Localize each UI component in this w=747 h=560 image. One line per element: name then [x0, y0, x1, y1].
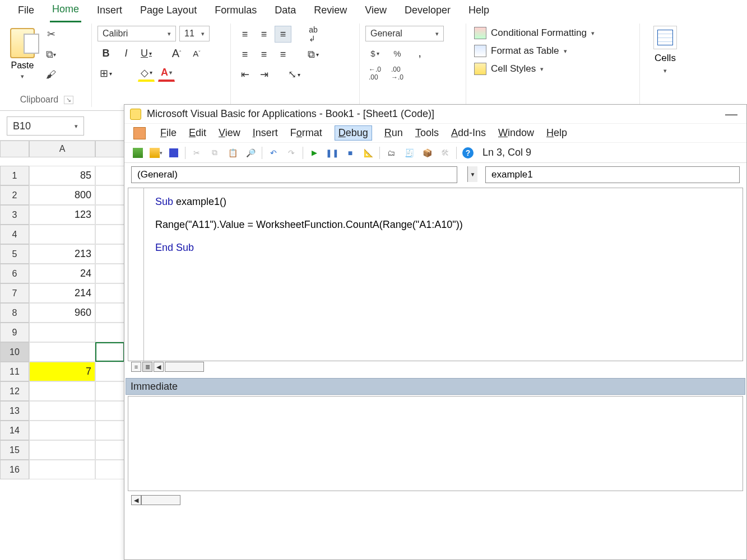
cell-A9[interactable] — [29, 323, 95, 342]
accounting-button[interactable]: $▾ — [365, 45, 384, 62]
code-pane[interactable]: Sub example1() Range("A11").Value = Work… — [128, 188, 743, 361]
scroll-left-button[interactable]: ◀ — [154, 362, 164, 372]
immediate-titlebar[interactable]: Immediate — [126, 378, 745, 395]
cell-A3[interactable]: 123 — [29, 205, 95, 225]
shrink-font-button[interactable]: Aˇ — [188, 45, 205, 62]
vbe-menu-help[interactable]: Help — [546, 127, 567, 139]
cell-B12[interactable] — [95, 381, 124, 401]
vbe-menu-format[interactable]: Format — [290, 127, 322, 139]
vbe-design-mode-button[interactable]: 📐 — [361, 146, 375, 160]
wrap-text-button[interactable]: ab↲ — [305, 26, 322, 43]
row-header-16[interactable]: 16 — [0, 460, 29, 479]
horiz-scrollbar[interactable] — [165, 362, 204, 372]
paste-button[interactable]: Paste ▾ — [8, 26, 37, 82]
cell-B9[interactable] — [95, 323, 124, 342]
cell-B1[interactable] — [95, 166, 124, 185]
vbe-reset-button[interactable]: ■ — [344, 146, 357, 160]
vbe-menu-tools[interactable]: Tools — [415, 127, 439, 139]
increase-decimal-button[interactable]: ←.0.00 — [365, 65, 384, 82]
row-header-14[interactable]: 14 — [0, 421, 29, 440]
vbe-undo-button[interactable]: ↶ — [267, 146, 280, 160]
font-size-combo[interactable]: 11▾ — [179, 26, 210, 41]
vbe-run-button[interactable]: ▶ — [308, 146, 321, 160]
col-header-A[interactable]: A — [29, 141, 95, 157]
tab-data[interactable]: Data — [272, 3, 298, 22]
tab-page-layout[interactable]: Page Layout — [138, 3, 199, 22]
vbe-find-button[interactable]: 🔎 — [244, 146, 257, 160]
cell-B2[interactable] — [95, 185, 124, 205]
row-header-3[interactable]: 3 — [0, 205, 29, 225]
cell-A6[interactable]: 24 — [29, 264, 95, 283]
tab-help[interactable]: Help — [466, 3, 491, 22]
vbe-help-button[interactable]: ? — [461, 146, 475, 160]
row-header-2[interactable]: 2 — [0, 185, 29, 205]
tab-developer[interactable]: Developer — [402, 3, 453, 22]
row-header-4[interactable]: 4 — [0, 225, 29, 244]
align-bottom-button[interactable]: ≡ — [275, 26, 291, 43]
cell-B15[interactable] — [95, 440, 124, 460]
comma-button[interactable]: , — [410, 45, 429, 62]
cell-A4[interactable] — [29, 225, 95, 244]
cell-A10[interactable] — [29, 342, 95, 362]
number-format-combo[interactable]: General▾ — [365, 26, 444, 41]
cell-B16[interactable] — [95, 460, 124, 479]
cell-A2[interactable]: 800 — [29, 185, 95, 205]
immediate-scroll-left-button[interactable]: ◀ — [131, 495, 141, 505]
vbe-toolbox-button[interactable]: 🛠 — [438, 146, 452, 160]
vbe-insert-button[interactable]: ▾ — [149, 146, 163, 160]
vbe-properties-button[interactable]: 🧾 — [402, 146, 416, 160]
cells-dropdown[interactable] — [653, 26, 677, 49]
cell-A5[interactable]: 213 — [29, 244, 95, 264]
vbe-menu-addins[interactable]: Add-Ins — [451, 127, 486, 139]
cell-B8[interactable] — [95, 303, 124, 323]
format-as-table-button[interactable]: Format as Table▾ — [472, 44, 634, 58]
row-header-8[interactable]: 8 — [0, 303, 29, 323]
merge-button[interactable]: ⧉▾ — [305, 46, 322, 63]
vbe-menu-run[interactable]: Run — [384, 127, 403, 139]
decrease-indent-button[interactable]: ⇤ — [236, 66, 253, 83]
decrease-decimal-button[interactable]: .00→.0 — [388, 65, 407, 82]
procedure-combo[interactable]: example1 — [485, 166, 740, 183]
cell-styles-button[interactable]: Cell Styles▾ — [472, 62, 634, 76]
cell-B10[interactable] — [95, 342, 124, 362]
procedure-view-button[interactable]: ≡ — [131, 362, 141, 372]
row-header-1[interactable]: 1 — [0, 166, 29, 185]
full-module-view-button[interactable]: ≣ — [142, 362, 152, 372]
tab-insert[interactable]: Insert — [95, 3, 124, 22]
vbe-menu-view[interactable]: View — [219, 127, 240, 139]
row-header-7[interactable]: 7 — [0, 283, 29, 303]
cell-B4[interactable] — [95, 225, 124, 244]
row-header-10[interactable]: 10 — [0, 342, 29, 362]
copy-button[interactable]: ⧉▾ — [41, 46, 61, 63]
vbe-menu-file[interactable]: File — [160, 127, 177, 139]
cell-A8[interactable]: 960 — [29, 303, 95, 323]
object-combo-arrow-icon[interactable]: ▼ — [467, 166, 477, 182]
align-middle-button[interactable]: ≡ — [256, 26, 272, 43]
orientation-button[interactable]: ⤡▾ — [286, 66, 303, 83]
minimize-icon[interactable]: — — [722, 107, 741, 122]
immediate-horiz-scrollbar[interactable] — [141, 495, 180, 505]
tab-home[interactable]: Home — [50, 2, 81, 22]
vbe-titlebar[interactable]: Microsoft Visual Basic for Applications … — [124, 105, 746, 124]
cell-B5[interactable] — [95, 244, 124, 264]
code-text[interactable]: Sub example1() Range("A11").Value = Work… — [144, 188, 743, 361]
select-all-button[interactable] — [0, 141, 29, 157]
vbe-view-excel-button[interactable] — [131, 146, 145, 160]
cell-A13[interactable] — [29, 401, 95, 421]
row-header-15[interactable]: 15 — [0, 440, 29, 460]
vbe-save-button[interactable] — [167, 146, 180, 160]
tab-view[interactable]: View — [363, 3, 389, 22]
align-right-button[interactable]: ≡ — [275, 46, 291, 63]
vbe-view-excel-icon[interactable] — [133, 127, 146, 139]
tab-formulas[interactable]: Formulas — [212, 3, 259, 22]
vbe-project-explorer-button[interactable]: 🗂 — [384, 146, 398, 160]
increase-indent-button[interactable]: ⇥ — [256, 66, 272, 83]
cell-B6[interactable] — [95, 264, 124, 283]
cell-B7[interactable] — [95, 283, 124, 303]
row-header-5[interactable]: 5 — [0, 244, 29, 264]
cell-B14[interactable] — [95, 421, 124, 440]
clipboard-launcher-icon[interactable]: ↘ — [64, 96, 73, 104]
vbe-menu-edit[interactable]: Edit — [189, 127, 206, 139]
borders-button[interactable]: ⊞▾ — [98, 65, 114, 82]
vbe-menu-insert[interactable]: Insert — [253, 127, 278, 139]
